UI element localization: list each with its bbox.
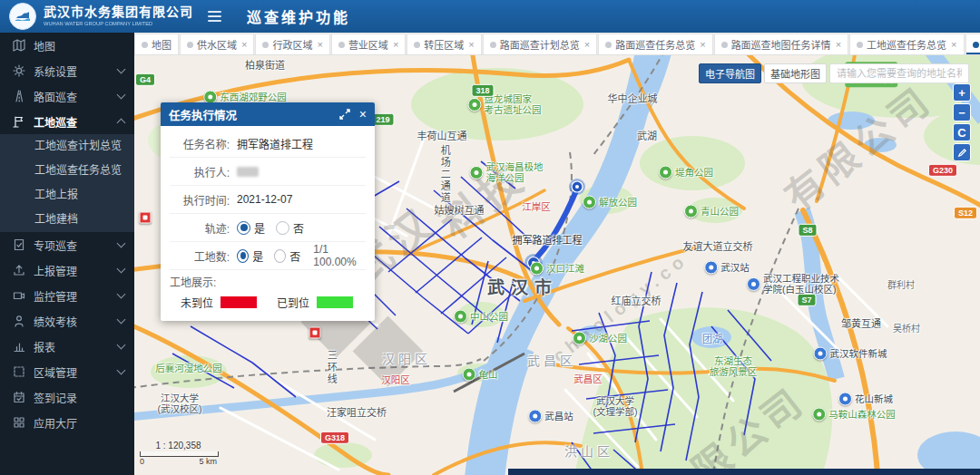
layer-button-navigation[interactable]: 电子导航图: [699, 63, 761, 83]
tab-label: 路面巡查计划总览: [500, 37, 580, 52]
tab[interactable]: 行政区域×: [255, 34, 329, 54]
app-header: 武汉市水务集团有限公司 WUHAN WATER GROUP COMPANY LI…: [0, 0, 980, 33]
company-name: 武汉市水务集团有限公司: [44, 5, 193, 19]
tab-dot-icon: [142, 42, 148, 48]
tab-close-icon[interactable]: ×: [951, 40, 956, 50]
site-no-radio[interactable]: [274, 249, 286, 263]
scale-min: 0: [140, 457, 144, 466]
tab[interactable]: 路面巡查计划总览×: [483, 34, 597, 54]
tab-dot-icon: [338, 42, 345, 48]
address-search-input[interactable]: [829, 63, 969, 83]
tab[interactable]: 供水区域×: [180, 34, 254, 54]
sidebar-item-label: 上报管理: [34, 263, 114, 278]
tab-close-icon[interactable]: ×: [584, 40, 590, 50]
tab-close-icon[interactable]: ×: [317, 40, 322, 50]
tab-label: 转压区域: [424, 37, 464, 52]
sidebar-item[interactable]: 监控管理: [0, 283, 134, 308]
tab-close-icon[interactable]: ×: [393, 40, 398, 50]
tab-close-icon[interactable]: ×: [836, 40, 841, 50]
map-icon: [13, 39, 25, 52]
map-area: 武汉科技有限公司chnology.co有限公司 柏泉街道东西湖郊野公园G4丰荷山…: [134, 54, 980, 475]
site-display-label: 工地展示:: [170, 274, 366, 289]
zoom-in-button[interactable]: +: [953, 83, 971, 102]
reset-view-button[interactable]: C: [953, 123, 971, 141]
tab-close-icon[interactable]: ×: [241, 40, 247, 50]
chevron-down-icon: [117, 65, 126, 74]
scale-ratio: 1 : 120,358: [140, 441, 217, 451]
special-icon: [13, 238, 25, 251]
sidebar-item[interactable]: 专项巡查: [0, 232, 134, 257]
task-execution-dialog: 任务执行情况 × 任务名称: 拥军路道排工程 执行人: 执行时间: 2021-1…: [161, 102, 375, 321]
tab[interactable]: 转压区域×: [407, 34, 481, 54]
bottom-strip: [508, 469, 980, 475]
site-count-stat: 1/1 100.00%: [313, 243, 366, 268]
sidebar-item[interactable]: 路面巡查: [0, 83, 134, 109]
dialog-header[interactable]: 任务执行情况 ×: [161, 102, 375, 126]
chevron-down-icon: [117, 366, 126, 375]
tab-close-icon[interactable]: ×: [468, 40, 474, 50]
region-icon: [13, 365, 25, 378]
site-no-label: 否: [289, 248, 300, 264]
road-icon: [13, 90, 25, 102]
task-name-value: 拥军路道排工程: [237, 136, 313, 151]
sidebar-item[interactable]: 报表: [0, 334, 134, 359]
tab-active[interactable]: 工地巡查任务明细×: [965, 34, 980, 54]
track-yes-radio[interactable]: [237, 221, 250, 235]
expand-icon[interactable]: [339, 109, 350, 120]
menu-toggle-icon[interactable]: [208, 11, 221, 22]
site-count-label: 工地数:: [170, 248, 230, 264]
tab-dot-icon: [187, 42, 193, 48]
map-scale: 1 : 120,358 0 5 km: [140, 441, 219, 466]
tab-close-icon[interactable]: ×: [700, 40, 705, 50]
time-value: 2021-12-07: [237, 193, 292, 206]
not-arrived-label: 未到位: [181, 295, 213, 310]
sidebar-subitem[interactable]: 工地巡查任务总览: [0, 159, 134, 183]
site-yes-radio[interactable]: [237, 249, 249, 263]
draw-tool-button[interactable]: [953, 143, 971, 161]
task-name-label: 任务名称:: [170, 136, 230, 151]
tab[interactable]: 地图: [134, 34, 179, 54]
track-no-radio[interactable]: [276, 221, 289, 235]
sidebar-item-label: 区域管理: [34, 364, 114, 380]
sidebar: 地图系统设置路面巡查工地巡查工地巡查计划总览工地巡查任务总览工地上报工地建档专项…: [0, 33, 134, 475]
close-icon[interactable]: ×: [359, 107, 367, 121]
sidebar-item-label: 签到记录: [34, 390, 127, 405]
monitor-icon: [13, 289, 25, 302]
sidebar-item[interactable]: 绩效考核: [0, 308, 134, 334]
chevron-down-icon: [117, 315, 126, 325]
sidebar-item[interactable]: 系统设置: [0, 58, 134, 83]
site-icon: [13, 115, 25, 128]
arrived-swatch: [317, 296, 353, 308]
tab-label: 路面巡查任务总览: [615, 37, 695, 52]
performance-icon: [13, 315, 25, 327]
tab[interactable]: 营业区域×: [331, 34, 406, 54]
chevron-down-icon: [117, 290, 126, 299]
tab-label: 工地巡查任务总览: [867, 37, 946, 52]
tab[interactable]: 工地巡查任务总览×: [849, 34, 964, 54]
chart-icon: [13, 340, 25, 353]
sidebar-item[interactable]: 上报管理: [0, 257, 134, 283]
company-logo-icon: [9, 3, 36, 30]
sidebar-item[interactable]: 工地巡查: [0, 109, 134, 134]
tab[interactable]: 路面巡查地图任务详情×: [714, 34, 848, 54]
tab-dot-icon: [262, 42, 269, 48]
company-name-en: WUHAN WATER GROUP COMPANY LIMITED: [44, 21, 166, 26]
sidebar-subitem[interactable]: 工地建档: [0, 208, 134, 232]
sidebar-item[interactable]: 区域管理: [0, 359, 134, 384]
sidebar-subitem[interactable]: 工地上报: [0, 183, 134, 208]
sidebar-item[interactable]: 应用大厅: [0, 410, 134, 435]
chevron-down-icon: [117, 91, 126, 100]
tab-dot-icon: [605, 42, 612, 48]
map-tools: +−C: [953, 83, 971, 161]
zoom-out-button[interactable]: −: [953, 103, 971, 121]
not-arrived-swatch: [220, 296, 257, 308]
page-title: 巡查维护功能: [247, 5, 350, 27]
apps-icon: [13, 416, 25, 429]
layer-button-terrain[interactable]: 基础地形图: [764, 63, 827, 83]
sidebar-item[interactable]: 地图: [0, 33, 134, 58]
sidebar-item[interactable]: 签到记录: [0, 384, 134, 410]
tab[interactable]: 路面巡查任务总览×: [598, 34, 712, 54]
scale-max: 5 km: [199, 457, 217, 466]
sidebar-subitem[interactable]: 工地巡查计划总览: [0, 134, 134, 159]
arrived-label: 已到位: [277, 295, 309, 310]
